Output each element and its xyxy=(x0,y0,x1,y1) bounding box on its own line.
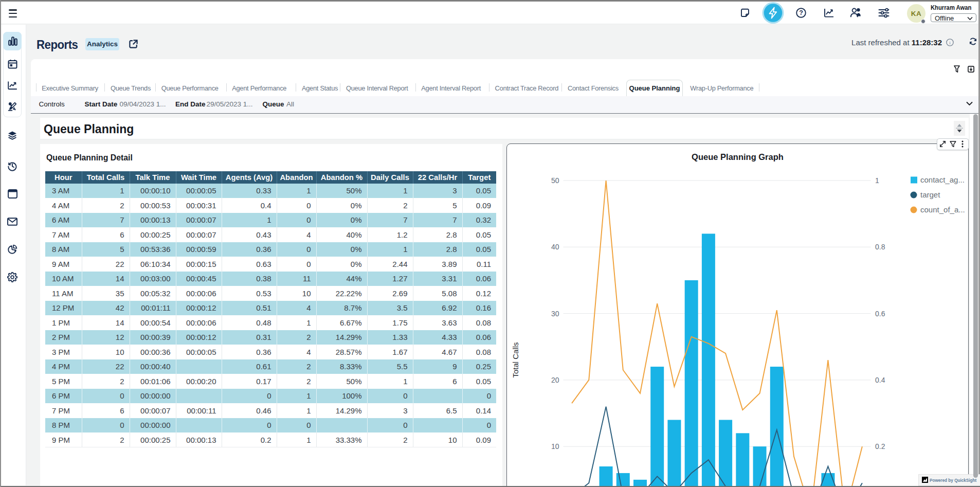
svg-text:target: target xyxy=(920,190,940,199)
svg-text:contact_ag...: contact_ag... xyxy=(920,175,965,184)
svg-text:i: i xyxy=(949,40,951,45)
svg-text:count_of_a...: count_of_a... xyxy=(920,205,965,214)
svg-text:20: 20 xyxy=(551,375,559,384)
svg-text:0.8: 0.8 xyxy=(875,243,885,251)
svg-text:40: 40 xyxy=(551,243,559,251)
svg-text:0.6: 0.6 xyxy=(875,309,885,317)
svg-text:1: 1 xyxy=(875,176,879,185)
svg-text:0.4: 0.4 xyxy=(875,375,885,384)
svg-text:?: ? xyxy=(799,9,803,16)
svg-text:Total Calls: Total Calls xyxy=(511,342,520,377)
svg-text:30: 30 xyxy=(551,309,559,317)
svg-text:0.2: 0.2 xyxy=(875,442,885,450)
svg-text:50: 50 xyxy=(551,176,559,185)
svg-text:10: 10 xyxy=(551,442,559,450)
